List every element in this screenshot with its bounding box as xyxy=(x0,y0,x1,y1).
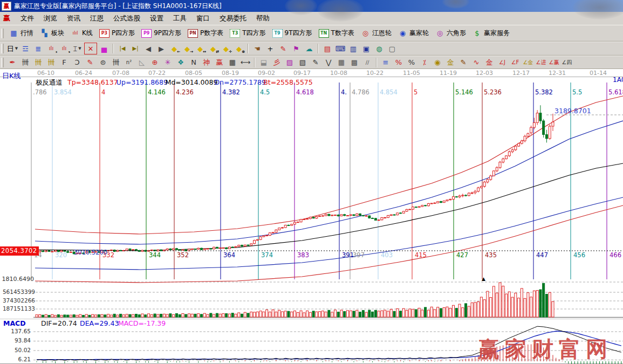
toolbar-button-quotes[interactable]: ▦行情 xyxy=(6,28,37,39)
toolbar-button-p-number-table[interactable]: PNP数字表 xyxy=(184,28,227,39)
toolbar-button-p-square[interactable]: P3P四方形 xyxy=(96,28,138,39)
draw-grid-a-icon[interactable]: ▦ xyxy=(336,57,347,68)
candle-style-combo-icon[interactable]: ⌶▼ xyxy=(71,43,83,54)
color-histogram-icon[interactable]: ▅ xyxy=(98,43,110,54)
draw-teal-star-icon[interactable]: ❖ xyxy=(175,57,187,68)
draw-grid-box-icon[interactable]: ▦ xyxy=(227,57,238,68)
draw-ying-comb-icon[interactable]: 赢 xyxy=(214,57,225,68)
draw-angle-jin-icon[interactable]: ∠进 xyxy=(535,57,547,68)
flag-tool-icon[interactable]: ⚑ xyxy=(290,43,302,54)
cloud-tool-icon[interactable]: ☁ xyxy=(303,43,315,54)
calculator-tool-icon[interactable]: ⌨ xyxy=(334,43,346,54)
prev-bar-icon[interactable]: ◀ xyxy=(142,43,154,54)
draw-angle-f-icon[interactable]: ∠F xyxy=(509,57,521,68)
shift-right-icon[interactable]: ◆→ xyxy=(181,43,193,54)
notepad-tool-icon[interactable]: ▥ xyxy=(347,43,359,54)
toolbar-button-9t-square[interactable]: T99T四方形 xyxy=(269,28,316,39)
menu-item-资讯[interactable]: 资讯 xyxy=(62,13,85,24)
draw-comb-plain-icon[interactable]: 卌 xyxy=(110,57,122,68)
toolbar-button-sectors[interactable]: ▚板块 xyxy=(37,28,67,39)
shift-left-icon[interactable]: ◆← xyxy=(168,43,180,54)
next-bar-icon[interactable]: ▶ xyxy=(155,43,167,54)
toolbar-button-hexagon[interactable]: ◎六角形 xyxy=(432,28,469,39)
toolbar-button-t-number-table[interactable]: TNT数字表 xyxy=(316,28,358,39)
save-tool-icon[interactable]: ▣ xyxy=(360,43,372,54)
menu-item-江恩[interactable]: 江恩 xyxy=(85,13,108,24)
web-tool-icon[interactable]: ◍ xyxy=(373,43,385,54)
macd-panel-title[interactable]: MACD xyxy=(3,320,26,327)
menu-item-帮助[interactable]: 帮助 xyxy=(251,13,275,24)
toolbar-button-t-square[interactable]: T3T四方形 xyxy=(227,28,269,39)
draw-circle-grid-icon[interactable]: ⊜ xyxy=(97,57,109,68)
draw-nu-mark-icon[interactable]: Ν xyxy=(188,57,200,68)
draw-grid-b-icon[interactable]: ▩ xyxy=(348,57,360,68)
toolbar-button-winner-service[interactable]: $赢家服务 xyxy=(469,28,513,39)
menu-item-公式选股[interactable]: 公式选股 xyxy=(108,13,145,24)
draw-angle-j-icon[interactable]: ∠J xyxy=(496,57,508,68)
draw-gold-comb-a-icon[interactable]: 卌 xyxy=(32,57,44,68)
draw-percent-icon[interactable]: % xyxy=(406,57,417,68)
hand-tool-icon[interactable]: ☚ xyxy=(251,43,263,54)
draw-shen-comb-icon[interactable]: 神 xyxy=(201,57,213,68)
expand-icon[interactable]: ◆✛ xyxy=(220,43,232,54)
draw-red-wave-icon[interactable]: ∿ xyxy=(470,57,482,68)
menu-item-文件[interactable]: 文件 xyxy=(16,13,39,24)
draw-free-pen-icon[interactable]: ✒ xyxy=(6,57,18,68)
menu-item-设置[interactable]: 设置 xyxy=(145,13,168,24)
toolbar-button-9p-square[interactable]: P99P四方形 xyxy=(138,28,184,39)
last-bar-icon[interactable]: ▶| xyxy=(129,43,141,54)
menu-item-工具[interactable]: 工具 xyxy=(168,13,191,24)
draw-percent-bar-icon[interactable]: % xyxy=(393,57,405,68)
draw-angle-ying-icon[interactable]: ∠赢 xyxy=(548,57,560,68)
toolbar-button-kline[interactable]: ılılK线 xyxy=(67,28,96,39)
draw-v-lines-icon[interactable]: ⋁ xyxy=(323,57,334,68)
draw-red-compass-icon[interactable]: ⊕ xyxy=(149,57,161,68)
toolbar-grip[interactable] xyxy=(1,58,4,67)
menu-item-浏览[interactable]: 浏览 xyxy=(39,13,62,24)
pattern-box-icon[interactable]: ✕ xyxy=(84,43,97,54)
draw-hook-tool-icon[interactable]: Ɔ xyxy=(71,57,83,68)
draw-stats-tool-icon[interactable]: ≡ xyxy=(380,57,392,68)
draw-purple-web-icon[interactable]: ✳ xyxy=(162,57,174,68)
toolbar-button-gann-wheel[interactable]: ◎江恩轮 xyxy=(358,28,395,39)
period-day-combo-icon[interactable]: 日▼ xyxy=(6,43,18,54)
draw-slash-lines-icon[interactable]: ∕∕ xyxy=(361,57,373,68)
draw-angle-si-icon[interactable]: ∠四 xyxy=(561,57,573,68)
draw-gold-circle-icon[interactable]: ◉ xyxy=(432,57,443,68)
draw-red-fan-icon[interactable]: 彡 xyxy=(271,57,283,68)
draw-purple-fan-box-icon[interactable]: ▨ xyxy=(284,57,296,68)
toolbar-button-winner-wheel[interactable]: ◉赢家轮 xyxy=(395,28,432,39)
pen-tool-icon[interactable]: ✎ xyxy=(277,43,289,54)
compress-icon[interactable]: ◆⇄ xyxy=(207,43,219,54)
draw-gold-comb-b-icon[interactable]: 卌 xyxy=(45,57,57,68)
draw-angle-ruler-icon[interactable]: ◺ xyxy=(136,57,148,68)
calendar-tool-icon[interactable]: ▤ xyxy=(321,43,333,54)
toolbar-grip[interactable] xyxy=(1,44,4,53)
reset-view-icon[interactable]: ◆⊕ xyxy=(233,43,245,54)
zoom-horizontal-icon[interactable]: ◆↔ xyxy=(194,43,206,54)
draw-gold-rule-icon[interactable]: 金 xyxy=(444,57,456,68)
export-tool-icon[interactable]: ▢ xyxy=(386,43,398,54)
period-label[interactable]: 日K线 xyxy=(2,72,21,79)
first-bar-icon[interactable]: |◀ xyxy=(117,43,128,54)
draw-brown-pen-icon[interactable]: ✎ xyxy=(457,57,469,68)
draw-grid-pen-icon[interactable]: ✎ xyxy=(84,57,96,68)
draw-f-comb-icon[interactable]: F xyxy=(58,57,70,68)
draw-percent-lines-icon[interactable]: ⁒ xyxy=(419,57,430,68)
crosshair-tool-icon[interactable]: + xyxy=(264,43,276,54)
menu-item-交易委托[interactable]: 交易委托 xyxy=(215,13,251,24)
info-list-icon[interactable]: ≣ xyxy=(32,43,44,54)
draw-red-gold-rule-icon[interactable]: 金 xyxy=(483,57,495,68)
draw-dark-fan-box-icon[interactable]: ▧ xyxy=(297,57,309,68)
draw-grid-comb-icon[interactable]: 卌 xyxy=(19,57,31,68)
draw-line-pen-icon[interactable]: ✎ xyxy=(310,57,321,68)
mini-bars-9-icon[interactable]: ılı₉ xyxy=(58,43,70,54)
draw-angle-gold-icon[interactable]: ∠金 xyxy=(522,57,534,68)
draw-n2-comb-icon[interactable]: n² xyxy=(123,57,135,68)
menu-item-窗口[interactable]: 窗口 xyxy=(191,13,215,24)
chart-pattern-icon[interactable]: ☲ xyxy=(19,43,31,54)
draw-width-arrow-icon[interactable]: ⟷ xyxy=(239,57,251,68)
toolbar-grip[interactable] xyxy=(1,29,4,38)
draw-window-box-icon[interactable]: ⬓ xyxy=(258,57,270,68)
mini-bars-3-icon[interactable]: ılı₃ xyxy=(45,43,57,54)
